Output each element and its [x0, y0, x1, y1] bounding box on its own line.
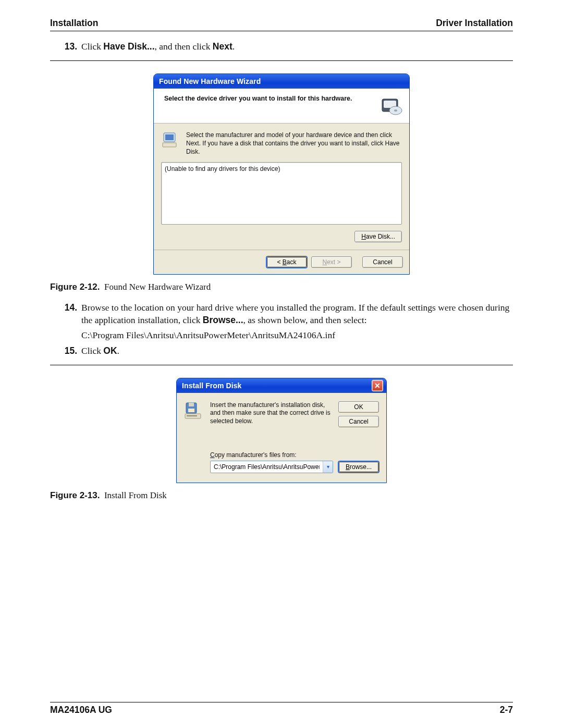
step-13-text: Click Have Disk..., and then click Next. — [81, 41, 235, 53]
ok-label: OK — [354, 403, 363, 411]
back-button[interactable]: < Back — [266, 256, 307, 268]
step-13-suffix: . — [232, 41, 235, 52]
chevron-down-icon[interactable]: ▾ — [323, 461, 333, 473]
header-left: Installation — [50, 18, 98, 29]
rule-after-step-15 — [50, 365, 513, 365]
svg-point-3 — [394, 109, 397, 112]
hardware-wizard-window: Found New Hardware Wizard Select the dev… — [153, 73, 410, 275]
step-13: 13. Click Have Disk..., and then click N… — [62, 41, 513, 53]
header-right: Driver Installation — [436, 18, 513, 29]
wizard-header-text: Select the device driver you want to ins… — [164, 95, 352, 102]
browse-accel: B — [346, 463, 350, 471]
cancel-label: Cancel — [373, 258, 392, 266]
computer-icon — [161, 131, 180, 150]
driver-list-empty-text: (Unable to find any drivers for this dev… — [165, 165, 280, 172]
back-prefix: < — [277, 258, 282, 266]
svg-rect-8 — [189, 403, 194, 406]
step-14-path-text: C:\Program Files\Anritsu\AnritsuPowerMet… — [81, 329, 335, 342]
copy-from-accel: C — [210, 451, 215, 459]
wizard-title-text: Found New Hardware Wizard — [159, 77, 261, 85]
step-15-ok: OK — [103, 346, 117, 356]
ifd-top-row: Insert the manufacturer's installation d… — [184, 401, 379, 427]
page-footer: MA24106A UG 2-7 — [50, 702, 513, 715]
step-15-text: Click OK. — [81, 345, 119, 357]
ifd-title-text: Install From Disk — [182, 381, 242, 390]
step-13-mid: , and then click — [155, 41, 213, 52]
wizard-desc-text: Select the manufacturer and model of you… — [186, 131, 402, 156]
step-13-number: 13. — [62, 41, 77, 53]
figure-2-12-caption-lead: Figure 2-12. — [50, 282, 100, 292]
svg-rect-9 — [188, 409, 194, 412]
step-14-number: 14. — [62, 302, 77, 326]
svg-rect-5 — [165, 134, 174, 140]
steps-group-2: 14. Browse to the location on your hard … — [50, 302, 513, 357]
back-label: ack — [287, 258, 297, 266]
document-page: Installation Driver Installation 13. Cli… — [0, 0, 563, 728]
figure-2-13-wrap: Install From Disk ✕ Insert the manufactu… — [50, 378, 513, 483]
page-header-row: Installation Driver Installation — [50, 18, 513, 29]
footer-left: MA24106A UG — [50, 705, 112, 715]
ifd-right-buttons: OK Cancel — [338, 401, 379, 427]
floppy-drive-icon — [184, 401, 203, 420]
ifd-input-row: ▾ Browse... — [210, 461, 379, 473]
step-15-suffix: . — [117, 346, 119, 356]
footer-right: 2-7 — [500, 705, 513, 715]
figure-2-12-caption-text: Found New Hardware Wizard — [104, 282, 211, 292]
figure-2-13-caption-text: Install From Disk — [104, 490, 167, 500]
next-accel: N — [322, 258, 327, 266]
cancel-button[interactable]: Cancel — [362, 256, 403, 268]
rule-after-step-13 — [50, 60, 513, 61]
copy-from-rest: opy manufacturer's files from: — [215, 451, 297, 459]
header-rule — [50, 31, 513, 31]
figure-2-12-wrap: Found New Hardware Wizard Select the dev… — [50, 73, 513, 275]
install-from-disk-window: Install From Disk ✕ Insert the manufactu… — [176, 378, 387, 483]
have-disk-button[interactable]: Have Disk... — [354, 231, 402, 242]
next-label: ext > — [327, 258, 340, 266]
ifd-cancel-button[interactable]: Cancel — [338, 416, 379, 427]
browse-label: rowse... — [350, 463, 372, 471]
have-disk-label: ave Disk... — [366, 233, 395, 240]
figure-2-13-caption-lead: Figure 2-13. — [50, 490, 100, 500]
wizard-footer: < Back Next > Cancel — [154, 250, 409, 274]
figure-2-12-caption: Figure 2-12. Found New Hardware Wizard — [50, 282, 513, 292]
step-14-b: , as shown below, and then select: — [243, 315, 367, 325]
copy-from-label: Copy manufacturer's files from: — [210, 451, 379, 459]
ifd-lower: Copy manufacturer's files from: ▾ Browse… — [210, 451, 379, 473]
wizard-havedisk-row: Have Disk... — [161, 231, 402, 242]
step-15: 15. Click OK. — [62, 345, 513, 357]
step-14-browse: Browse... — [203, 315, 243, 325]
path-combobox[interactable]: ▾ — [210, 461, 333, 473]
step-13-next: Next — [213, 41, 232, 52]
ifd-body: Insert the manufacturer's installation d… — [177, 393, 386, 483]
step-14: 14. Browse to the location on your hard … — [62, 302, 513, 326]
svg-rect-11 — [187, 415, 197, 416]
ifd-titlebar: Install From Disk ✕ — [177, 378, 386, 393]
ok-button[interactable]: OK — [338, 401, 379, 413]
svg-rect-6 — [163, 143, 176, 147]
driver-disc-icon — [380, 95, 403, 118]
ifd-cancel-label: Cancel — [349, 418, 368, 425]
back-accel: B — [283, 258, 287, 266]
wizard-header-band: Select the device driver you want to ins… — [154, 89, 409, 124]
driver-list-pane[interactable]: (Unable to find any drivers for this dev… — [161, 162, 402, 225]
have-disk-accel: H — [361, 233, 366, 240]
wizard-titlebar: Found New Hardware Wizard — [154, 74, 409, 89]
next-button[interactable]: Next > — [311, 256, 352, 268]
browse-button[interactable]: Browse... — [338, 461, 379, 473]
ifd-message: Insert the manufacturer's installation d… — [210, 401, 331, 426]
figure-2-13-caption: Figure 2-13. Install From Disk — [50, 490, 513, 501]
steps-group-1: 13. Click Have Disk..., and then click N… — [50, 41, 513, 53]
wizard-body: Select the device driver you want to ins… — [154, 89, 409, 275]
step-14-text: Browse to the location on your hard driv… — [81, 302, 513, 326]
path-input[interactable] — [211, 461, 323, 473]
step-15-prefix: Click — [81, 346, 103, 356]
step-13-have-disk: Have Disk... — [103, 41, 154, 52]
step-13-prefix: Click — [81, 41, 103, 52]
step-14-path-spacer — [62, 329, 77, 342]
wizard-content: Select the manufacturer and model of you… — [154, 124, 409, 250]
step-15-number: 15. — [62, 345, 77, 357]
close-icon[interactable]: ✕ — [372, 380, 383, 391]
wizard-desc-row: Select the manufacturer and model of you… — [161, 131, 402, 156]
step-14-path-row: C:\Program Files\Anritsu\AnritsuPowerMet… — [62, 329, 513, 342]
